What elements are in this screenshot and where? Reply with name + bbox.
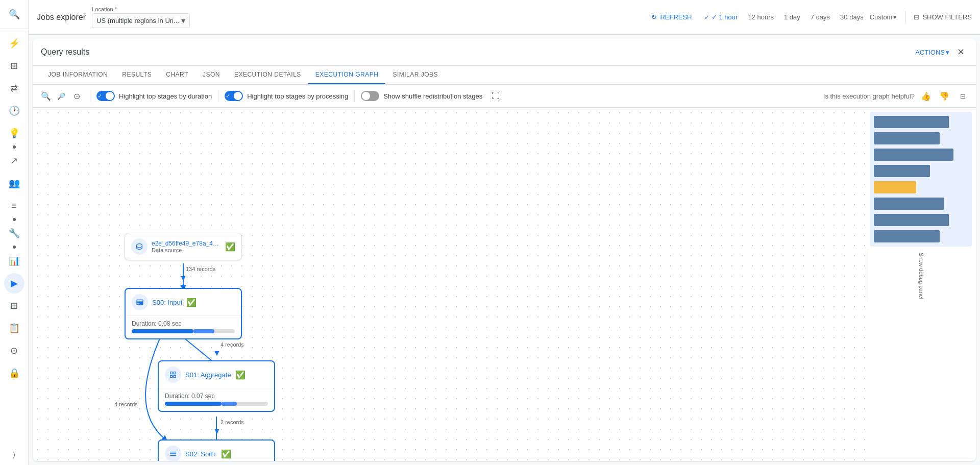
records-label-134: 134 records xyxy=(186,266,215,272)
nav-lock-icon[interactable]: 🔒 xyxy=(4,363,24,383)
toggle-duration-label: Highlight top stages by duration xyxy=(119,92,212,100)
toggle-shuffle[interactable] xyxy=(361,91,379,101)
nav-workflows-icon[interactable]: ↗ xyxy=(4,151,24,171)
zoom-out-button[interactable]: 🔍 xyxy=(39,89,53,103)
toolbar-separator-2 xyxy=(218,90,218,102)
nav-settings-icon[interactable]: 🔧 xyxy=(4,223,24,243)
arrow-down-0: ▼ xyxy=(179,274,187,283)
toggle-shuffle-group[interactable]: Show shuffle redistribution stages xyxy=(361,91,482,101)
tab-chart-label: CHART xyxy=(166,71,188,78)
toggle-thumb-2 xyxy=(234,92,242,100)
s01-title: S01: Aggregate xyxy=(185,371,231,379)
location-value: US (multiple regions in Un... xyxy=(96,17,179,25)
zoom-in-button[interactable]: 🔎 xyxy=(54,89,68,103)
location-select[interactable]: US (multiple regions in Un... ▾ xyxy=(92,13,190,28)
nav-tables-icon[interactable]: 📋 xyxy=(4,318,24,338)
arrow-down-2: ▼ xyxy=(213,427,221,436)
time-filter-1hour[interactable]: ✓ 1 hour xyxy=(700,11,742,23)
s00-progress-bar xyxy=(132,329,235,333)
tab-execution-details[interactable]: EXECUTION DETAILS xyxy=(227,66,308,84)
nav-expand-icon[interactable]: ⟩ xyxy=(4,449,24,461)
zoom-out-icon: 🔍 xyxy=(41,91,51,101)
close-button[interactable]: ✕ xyxy=(953,45,968,59)
nav-home-icon[interactable]: ⚡ xyxy=(4,33,24,54)
zoom-reset-button[interactable]: ⊙ xyxy=(69,89,84,103)
time-filter-30days[interactable]: 30 days xyxy=(836,11,868,23)
nav-grid-icon[interactable]: ⊞ xyxy=(4,296,24,316)
panel-header: Query results ACTIONS ▾ ✕ xyxy=(33,39,976,66)
time-filter-7days[interactable]: 7 days xyxy=(806,11,834,23)
s01-progress-fill-2 xyxy=(222,402,237,406)
time-filters: ✓ 1 hour 12 hours 1 day 7 days 30 days xyxy=(700,11,897,23)
tab-job-information[interactable]: JOB INFORMATION xyxy=(41,66,115,84)
toggle-shuffle-label: Show shuffle redistribution stages xyxy=(383,92,482,100)
nav-jobs-icon[interactable]: ▶ xyxy=(4,273,24,293)
filter-icon: ⊟ xyxy=(914,13,919,21)
mini-node-6 xyxy=(874,198,944,210)
chevron-down-icon-custom: ▾ xyxy=(893,13,897,21)
connection-label-3: 2 records xyxy=(220,419,244,425)
node-data-source[interactable]: e2e_d56ffe49_e78a_482a_ Data source ✅ xyxy=(125,233,242,260)
tab-execution-details-label: EXECUTION DETAILS xyxy=(234,71,301,78)
node-s00[interactable]: S00: Input ✅ Duration: 0.08 sec xyxy=(125,288,242,339)
thumbup-icon: 👍 xyxy=(921,91,931,101)
thumbup-button[interactable]: 👍 xyxy=(919,89,933,103)
tab-similar-jobs[interactable]: SIMILAR JOBS xyxy=(385,66,445,84)
thumbdown-button[interactable]: 👎 xyxy=(937,89,951,103)
mini-map-container: Show debug panel xyxy=(866,108,976,461)
mini-node-3 xyxy=(874,149,953,161)
s00-duration: Duration: 0.08 sec xyxy=(132,320,235,327)
toggle-processing[interactable]: ✓ xyxy=(225,91,243,101)
nav-search-icon[interactable]: 🔍 xyxy=(4,4,24,25)
thumbdown-icon: 👎 xyxy=(939,91,949,101)
graph-toolbar: 🔍 🔎 ⊙ ✓ Highlight top sta xyxy=(33,85,976,108)
tab-execution-graph[interactable]: EXECUTION GRAPH xyxy=(308,66,386,84)
nav-transfers-icon[interactable]: ⇄ xyxy=(4,78,24,99)
query-panel: Query results ACTIONS ▾ ✕ JOB INFORMATIO… xyxy=(33,39,976,461)
nav-analytics-icon[interactable]: 📊 xyxy=(4,251,24,271)
s01-icon xyxy=(165,366,181,383)
nav-list-icon[interactable]: ≡ xyxy=(4,195,24,216)
top-bar-right: ↻ REFRESH ✓ 1 hour 12 hours 1 day 7 xyxy=(651,11,972,23)
fullscreen-button[interactable]: ⛶ xyxy=(488,89,503,103)
node-s02[interactable]: S02: Sort+ ✅ Duration: 0.05 sec xyxy=(158,439,275,461)
node-s01[interactable]: S01: Aggregate ✅ Duration: 0.07 sec xyxy=(158,360,275,412)
toggle-duration[interactable]: ✓ xyxy=(96,91,115,101)
refresh-button[interactable]: ↻ REFRESH xyxy=(651,13,692,21)
nav-insights-icon[interactable]: 💡 xyxy=(4,123,24,143)
actions-button[interactable]: ACTIONS ▾ xyxy=(915,48,949,56)
custom-label: Custom xyxy=(870,13,893,21)
panel-toggle-button[interactable]: ⊟ xyxy=(955,89,970,103)
debug-panel-toggle[interactable]: Show debug panel xyxy=(866,251,976,301)
1day-label: 1 day xyxy=(784,13,800,21)
toggle-thumb-3 xyxy=(362,92,370,100)
toggle-thumb xyxy=(106,92,114,100)
time-filter-1day[interactable]: 1 day xyxy=(780,11,804,23)
toggle-duration-group[interactable]: ✓ Highlight top stages by duration xyxy=(96,91,212,101)
actions-label: ACTIONS xyxy=(915,48,945,56)
s00-icon xyxy=(132,294,148,310)
feedback-question: Is this execution graph helpful? xyxy=(823,92,915,100)
toggle-processing-group[interactable]: ✓ Highlight top stages by processing xyxy=(225,91,348,101)
tab-chart[interactable]: CHART xyxy=(159,66,195,84)
toolbar-separator-3 xyxy=(354,90,355,102)
nav-users-icon[interactable]: 👥 xyxy=(4,173,24,193)
nav-history-icon[interactable]: 🕐 xyxy=(4,101,24,121)
debug-panel-label-text: Show debug panel xyxy=(918,253,924,299)
custom-filter[interactable]: Custom ▾ xyxy=(870,13,897,21)
tab-json[interactable]: JSON xyxy=(195,66,227,84)
tab-results[interactable]: RESULTS xyxy=(115,66,159,84)
mini-node-2 xyxy=(874,132,940,144)
data-source-icon xyxy=(131,238,148,255)
tabs-bar: JOB INFORMATION RESULTS CHART JSON EXECU… xyxy=(33,66,976,85)
time-filter-12hours[interactable]: 12 hours xyxy=(744,11,778,23)
graph-canvas[interactable]: e2e_d56ffe49_e78a_482a_ Data source ✅ 13… xyxy=(33,108,866,461)
data-source-title: e2e_d56ffe49_e78a_482a_ xyxy=(152,240,221,247)
s00-progress-fill-2 xyxy=(193,329,214,333)
tab-json-label: JSON xyxy=(203,71,220,78)
nav-dashboard-icon[interactable]: ⊞ xyxy=(4,56,24,76)
s01-progress-bar xyxy=(165,402,268,406)
nav-target-icon[interactable]: ⊙ xyxy=(4,340,24,361)
show-filters-button[interactable]: ⊟ SHOW FILTERS xyxy=(914,13,972,21)
graph-area: e2e_d56ffe49_e78a_482a_ Data source ✅ 13… xyxy=(33,108,976,461)
